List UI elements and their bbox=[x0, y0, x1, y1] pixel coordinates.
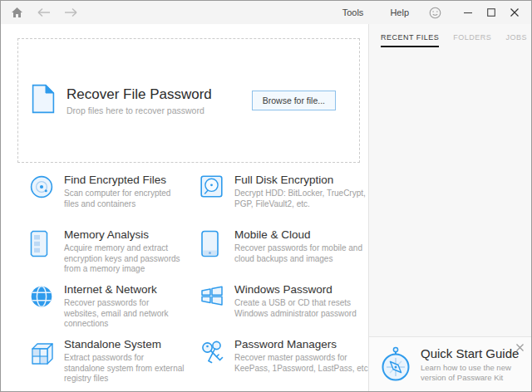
tile-standalone-system[interactable]: Standalone System Extract passwords for … bbox=[30, 338, 200, 392]
tile-windows-password[interactable]: Windows Password Create a USB or CD that… bbox=[200, 283, 362, 338]
quick-start-title: Quick Start Guide bbox=[421, 346, 522, 360]
tile-memory-analysis[interactable]: Memory Analysis Acquire memory and extra… bbox=[30, 228, 200, 283]
tile-desc: Create a USB or CD that resets Windows a… bbox=[234, 298, 377, 319]
feature-tiles: Find Encrypted Files Scan computer for e… bbox=[30, 174, 362, 392]
browse-for-file-button[interactable]: Browse for file... bbox=[252, 91, 336, 110]
quick-start-close-icon[interactable] bbox=[514, 341, 525, 353]
tile-password-managers[interactable]: Password Managers Recover master passwor… bbox=[200, 338, 362, 392]
hdd-icon bbox=[200, 175, 225, 198]
memory-icon bbox=[30, 230, 55, 257]
main-area: Recover File Password Drop files here to… bbox=[1, 24, 368, 391]
cube-icon bbox=[30, 340, 55, 365]
dropzone-title: Recover File Password bbox=[66, 86, 212, 103]
mobile-icon bbox=[200, 230, 225, 257]
forward-icon[interactable] bbox=[64, 7, 78, 17]
back-icon[interactable] bbox=[37, 7, 51, 17]
compass-icon bbox=[380, 345, 411, 385]
tile-desc: Recover master passwords for KeePass, 1P… bbox=[234, 353, 377, 374]
tile-title: Internet & Network bbox=[64, 283, 185, 296]
feedback-smiley-icon[interactable] bbox=[429, 7, 441, 19]
tile-desc: Decrypt HDD: BitLocker, TrueCrypt, PGP, … bbox=[234, 189, 377, 209]
tile-full-disk-encryption[interactable]: Full Disk Encryption Decrypt HDD: BitLoc… bbox=[200, 174, 362, 228]
tab-folders[interactable]: FOLDERS bbox=[453, 33, 491, 47]
tile-title: Password Managers bbox=[234, 338, 377, 350]
close-button[interactable] bbox=[503, 1, 526, 24]
sidebar: RECENT FILES FOLDERS JOBS bbox=[368, 24, 531, 391]
home-icon[interactable] bbox=[11, 7, 23, 18]
disc-icon bbox=[30, 175, 55, 198]
tile-mobile-and-cloud[interactable]: Mobile & Cloud Recover passwords for mob… bbox=[200, 228, 362, 283]
keys-icon bbox=[200, 340, 225, 365]
tile-desc: Extract passwords for standalone system … bbox=[64, 353, 185, 385]
minimize-button[interactable] bbox=[456, 1, 480, 24]
menu-tools[interactable]: Tools bbox=[339, 7, 367, 17]
tile-desc: Scan computer for encrypted files and co… bbox=[64, 189, 185, 209]
quick-start-panel[interactable]: Quick Start Guide Learn how to use the n… bbox=[369, 336, 531, 391]
tile-desc: Recover passwords for websites, email an… bbox=[64, 298, 185, 330]
tile-title: Standalone System bbox=[64, 338, 185, 350]
file-dropzone[interactable]: Recover File Password Drop files here to… bbox=[17, 38, 360, 163]
tab-recent-files[interactable]: RECENT FILES bbox=[381, 33, 439, 47]
menu-help[interactable]: Help bbox=[387, 7, 412, 17]
quick-start-desc: Learn how to use the new version of Pass… bbox=[421, 363, 522, 383]
tile-title: Windows Password bbox=[234, 283, 377, 296]
windows-icon bbox=[200, 285, 225, 307]
tile-desc: Recover passwords for mobile and cloud b… bbox=[234, 243, 377, 264]
tile-title: Full Disk Encryption bbox=[234, 174, 377, 186]
tile-title: Find Encrypted Files bbox=[64, 174, 185, 186]
tile-title: Mobile & Cloud bbox=[234, 228, 377, 241]
tile-title: Memory Analysis bbox=[64, 228, 185, 241]
sidebar-tabs: RECENT FILES FOLDERS JOBS bbox=[369, 24, 531, 47]
document-icon bbox=[32, 84, 55, 117]
tile-internet-and-network[interactable]: Internet & Network Recover passwords for… bbox=[30, 283, 200, 338]
globe-icon bbox=[30, 285, 55, 308]
tab-jobs[interactable]: JOBS bbox=[505, 33, 527, 47]
titlebar: Tools Help bbox=[1, 1, 531, 24]
maximize-button[interactable] bbox=[480, 1, 503, 24]
tile-find-encrypted-files[interactable]: Find Encrypted Files Scan computer for e… bbox=[30, 174, 200, 228]
tile-desc: Acquire memory and extract encryption ke… bbox=[64, 243, 185, 275]
app-window: Tools Help bbox=[0, 0, 532, 392]
dropzone-subtitle: Drop files here to recover password bbox=[66, 105, 212, 115]
